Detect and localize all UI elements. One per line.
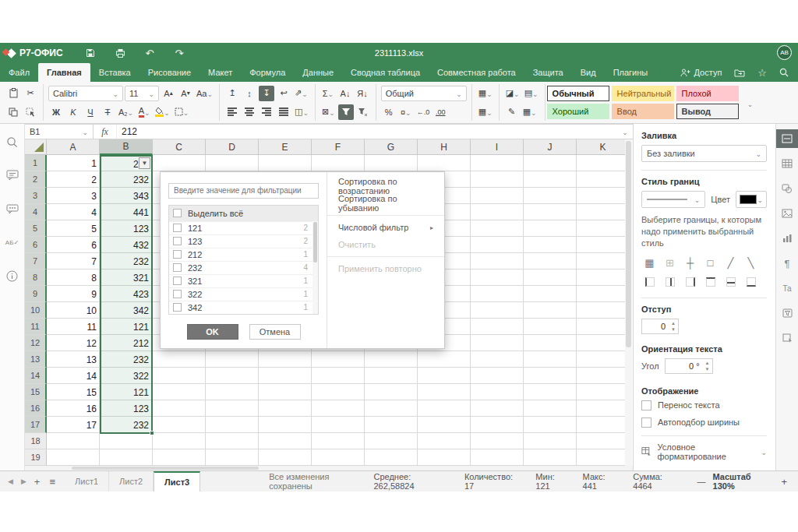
tab-formula[interactable]: Формула: [241, 63, 294, 82]
value-checkbox[interactable]: [173, 277, 182, 285]
list-scrollbar[interactable]: [312, 221, 318, 314]
cell[interactable]: 423: [101, 286, 151, 302]
clear-button[interactable]: ⊠: [320, 104, 337, 120]
formula-input[interactable]: 212: [117, 125, 617, 139]
strikethrough-button[interactable]: Ŧ: [100, 104, 115, 120]
sort-descending-button[interactable]: Я↓: [355, 86, 370, 101]
font-size-select[interactable]: 11: [125, 86, 159, 101]
delete-cells-button[interactable]: ▦: [477, 104, 494, 120]
open-location-button[interactable]: [734, 69, 745, 77]
style-normal[interactable]: Обычный: [547, 86, 609, 101]
autosum-button[interactable]: Σ: [320, 86, 336, 101]
cell[interactable]: 6: [47, 237, 100, 253]
decrease-decimal-button[interactable]: ←.0: [415, 104, 432, 120]
change-case-button[interactable]: Aa: [195, 86, 214, 101]
autofit-checkbox[interactable]: [641, 417, 651, 428]
border-inside-button[interactable]: ⊞: [662, 255, 678, 270]
cell[interactable]: 2: [47, 171, 100, 188]
copy-button[interactable]: [5, 104, 21, 120]
row-header[interactable]: 3: [25, 188, 47, 204]
signature-settings-icon[interactable]: [776, 329, 798, 347]
image-settings-icon[interactable]: [776, 204, 798, 223]
cell-template-button[interactable]: ▤: [523, 86, 540, 101]
cell[interactable]: 123: [101, 400, 151, 417]
select-all-checkbox[interactable]: [173, 209, 182, 217]
tab-home[interactable]: Главная: [38, 63, 90, 82]
chat-button[interactable]: [5, 202, 19, 216]
style-good[interactable]: Хороший: [547, 104, 609, 119]
stepper-arrows-icon[interactable]: ▲▼: [671, 320, 676, 333]
grow-font-button[interactable]: A▴: [161, 86, 176, 101]
format-painter-button[interactable]: ✎: [504, 104, 520, 120]
cell[interactable]: 9: [47, 286, 100, 302]
clear-filter-button[interactable]: [355, 104, 371, 120]
undo-button[interactable]: ↶: [143, 47, 156, 59]
row-header[interactable]: 16: [25, 400, 47, 417]
cut-button[interactable]: ✂: [23, 86, 38, 101]
filter-value-row[interactable]: 2324: [169, 261, 318, 274]
row-header[interactable]: 1: [25, 155, 47, 171]
add-sheet-button[interactable]: +: [34, 476, 41, 488]
about-button[interactable]: [5, 269, 19, 283]
tab-plugins[interactable]: Плагины: [605, 63, 657, 82]
style-neutral[interactable]: Нейтральный: [612, 86, 674, 101]
cell[interactable]: 321: [101, 270, 151, 286]
cell[interactable]: 5: [47, 220, 100, 237]
angle-stepper[interactable]: 0 °▲▼: [665, 358, 713, 374]
print-button[interactable]: [114, 47, 126, 59]
fill-select[interactable]: Без заливки: [641, 145, 767, 162]
font-color-button[interactable]: А: [136, 104, 152, 120]
cell[interactable]: 121: [101, 319, 151, 335]
select-all-row[interactable]: Выделить всё: [169, 206, 318, 221]
cell[interactable]: 322: [101, 368, 151, 384]
percent-style-button[interactable]: %: [381, 104, 397, 120]
align-justify-button[interactable]: [276, 104, 291, 120]
autofilter-dropdown-button[interactable]: ▼: [139, 157, 150, 169]
pivot-settings-icon[interactable]: ¶: [776, 254, 798, 273]
merge-cells-button[interactable]: ◫: [293, 104, 310, 120]
row-header[interactable]: 14: [25, 368, 47, 384]
cancel-button[interactable]: Отмена: [249, 324, 301, 340]
cell[interactable]: 432: [101, 237, 151, 253]
cell[interactable]: 7: [47, 253, 100, 270]
sheet-list-button[interactable]: ≡: [49, 476, 55, 488]
filter-value-row[interactable]: 3421: [169, 301, 318, 314]
tab-draw[interactable]: Рисование: [139, 63, 200, 82]
ok-button[interactable]: OK: [187, 324, 238, 340]
cell[interactable]: 17: [47, 417, 100, 433]
sheet-tab-1[interactable]: Лист1: [65, 471, 109, 491]
stepper-arrows-icon[interactable]: ▲▼: [705, 360, 710, 372]
row-header[interactable]: 7: [25, 253, 47, 270]
filter-button[interactable]: [338, 104, 354, 120]
value-checkbox[interactable]: [173, 290, 182, 298]
vertical-scrollbar-thumb[interactable]: [626, 141, 631, 347]
column-header-c[interactable]: C: [153, 139, 206, 155]
collapse-formula-bar-button[interactable]: [617, 125, 633, 139]
filter-value-row[interactable]: 2121: [169, 248, 318, 261]
cell[interactable]: 1: [47, 155, 100, 171]
row-header[interactable]: 19: [25, 449, 47, 466]
zoom-in-button[interactable]: +: [781, 476, 787, 488]
row-header[interactable]: 18: [25, 433, 47, 449]
valign-top-button[interactable]: ↥: [224, 86, 240, 101]
row-header[interactable]: 6: [25, 237, 47, 253]
valign-bottom-button[interactable]: ↧: [259, 86, 274, 101]
border-outside-button[interactable]: □: [702, 255, 719, 270]
tab-protection[interactable]: Защита: [524, 63, 572, 82]
value-checkbox[interactable]: [173, 224, 182, 232]
tab-pivot[interactable]: Сводная таблица: [342, 63, 429, 82]
wrap-text-checkbox-row[interactable]: Перенос текста: [641, 400, 767, 410]
cell[interactable]: 232: [101, 171, 151, 188]
chart-settings-icon[interactable]: [776, 229, 798, 248]
list-scrollbar-thumb[interactable]: [313, 222, 317, 262]
cell[interactable]: 212: [101, 335, 151, 351]
align-left-button[interactable]: [224, 104, 240, 120]
cell[interactable]: 16: [47, 400, 100, 417]
redo-button[interactable]: ↷: [173, 47, 185, 59]
cell[interactable]: 12: [47, 335, 100, 351]
sheet-tab-2[interactable]: Лист2: [109, 471, 154, 491]
cell[interactable]: 8: [47, 270, 100, 286]
insert-cells-button[interactable]: ▦: [477, 86, 494, 101]
search-button[interactable]: [779, 68, 789, 77]
zoom-level[interactable]: Масштаб 130%: [713, 472, 775, 491]
